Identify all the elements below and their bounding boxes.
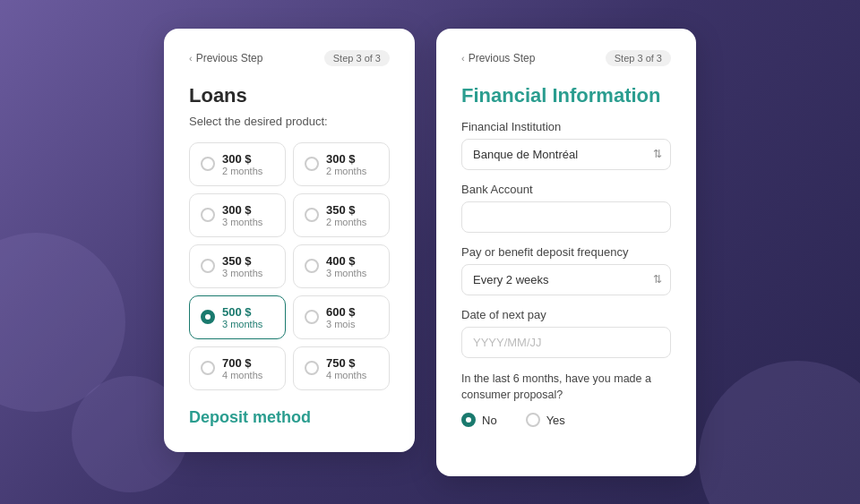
institution-select-wrapper: Banque de Montréal RBC TD Bank Scotiaban…: [461, 139, 671, 170]
loan-term-4: 2 months: [326, 217, 366, 227]
loan-option-10[interactable]: 750 $ 4 months: [293, 346, 390, 390]
loan-term-1: 2 months: [222, 166, 262, 176]
loan-radio-2: [305, 157, 319, 171]
loan-amount-3: 300 $: [222, 203, 262, 217]
proposal-no-radio: [461, 413, 476, 427]
frequency-select-wrapper: Every week Every 2 weeks Twice a month M…: [461, 264, 671, 295]
frequency-label: Pay or benefit deposit frequency: [461, 245, 671, 259]
left-chevron-icon: ‹: [189, 53, 193, 64]
loan-amount-1: 300 $: [222, 152, 262, 166]
loan-term-6: 3 months: [326, 268, 366, 278]
institution-select[interactable]: Banque de Montréal RBC TD Bank Scotiaban…: [461, 139, 671, 170]
next-pay-input[interactable]: [461, 327, 671, 358]
right-prev-step-label: Previous Step: [469, 52, 536, 64]
loan-option-5[interactable]: 350 $ 3 months: [189, 244, 286, 288]
loans-grid: 300 $ 2 months 300 $ 2 months 300 $ 3 mo…: [189, 142, 390, 390]
left-panel-title: Loans: [189, 84, 390, 107]
deposit-section-title: Deposit method: [189, 408, 390, 427]
loan-radio-6: [305, 259, 319, 273]
loan-option-6[interactable]: 400 $ 3 months: [293, 244, 390, 288]
loan-amount-9: 700 $: [222, 356, 262, 370]
loan-amount-6: 400 $: [326, 254, 366, 268]
loan-amount-7: 500 $: [222, 305, 262, 319]
left-step-bar: ‹ Previous Step Step 3 of 3: [189, 50, 390, 66]
loan-radio-5: [201, 259, 215, 273]
proposal-no-label: No: [482, 414, 497, 427]
loan-amount-4: 350 $: [326, 203, 366, 217]
proposal-no-option[interactable]: No: [461, 413, 497, 427]
loan-amount-10: 750 $: [326, 356, 366, 370]
right-step-bar: ‹ Previous Step Step 3 of 3: [461, 50, 671, 66]
loan-amount-2: 300 $: [326, 152, 366, 166]
panels-container: ‹ Previous Step Step 3 of 3 Loans Select…: [164, 29, 696, 476]
decorative-blob-br: [699, 361, 860, 504]
loan-option-7[interactable]: 500 $ 3 months: [189, 295, 286, 339]
left-prev-step-button[interactable]: ‹ Previous Step: [189, 52, 262, 64]
loan-radio-4: [305, 208, 319, 222]
proposal-question: In the last 6 months, have you made a co…: [461, 371, 671, 405]
loan-radio-3: [201, 208, 215, 222]
institution-label: Financial Institution: [461, 120, 671, 133]
right-panel: ‹ Previous Step Step 3 of 3 Financial In…: [436, 29, 696, 476]
right-panel-title: Financial Information: [461, 84, 671, 107]
left-step-badge: Step 3 of 3: [324, 50, 390, 66]
bank-account-input[interactable]: [461, 201, 671, 233]
loan-term-7: 3 months: [222, 319, 262, 329]
loan-option-4[interactable]: 350 $ 2 months: [293, 193, 390, 237]
loan-radio-8: [305, 310, 319, 324]
loan-radio-10: [305, 361, 319, 375]
right-chevron-icon: ‹: [461, 53, 465, 64]
loan-term-2: 2 months: [326, 166, 366, 176]
next-pay-label: Date of next pay: [461, 308, 671, 321]
right-step-badge: Step 3 of 3: [606, 50, 671, 66]
loan-radio-7: [201, 310, 215, 324]
proposal-yes-option[interactable]: Yes: [526, 413, 565, 427]
loan-amount-5: 350 $: [222, 254, 262, 268]
loan-radio-9: [201, 361, 215, 375]
frequency-select[interactable]: Every week Every 2 weeks Twice a month M…: [461, 264, 671, 295]
proposal-yes-label: Yes: [546, 414, 565, 427]
loan-option-2[interactable]: 300 $ 2 months: [293, 142, 390, 186]
left-prev-step-label: Previous Step: [196, 52, 263, 64]
loan-term-8: 3 mois: [326, 319, 356, 329]
left-panel: ‹ Previous Step Step 3 of 3 Loans Select…: [164, 29, 415, 452]
loan-radio-1: [201, 157, 215, 171]
loan-term-3: 3 months: [222, 217, 262, 227]
loan-option-1[interactable]: 300 $ 2 months: [189, 142, 286, 186]
right-prev-step-button[interactable]: ‹ Previous Step: [461, 52, 535, 64]
loan-term-9: 4 months: [222, 370, 262, 380]
loan-term-5: 3 months: [222, 268, 262, 278]
loan-amount-8: 600 $: [326, 305, 356, 319]
left-panel-subtitle: Select the desired product:: [189, 115, 390, 128]
proposal-yes-radio: [526, 413, 540, 427]
loan-term-10: 4 months: [326, 370, 366, 380]
loan-option-3[interactable]: 300 $ 3 months: [189, 193, 286, 237]
loan-option-8[interactable]: 600 $ 3 mois: [293, 295, 390, 339]
bank-account-label: Bank Account: [461, 183, 671, 196]
proposal-radio-group: No Yes: [461, 413, 671, 427]
loan-option-9[interactable]: 700 $ 4 months: [189, 346, 286, 390]
